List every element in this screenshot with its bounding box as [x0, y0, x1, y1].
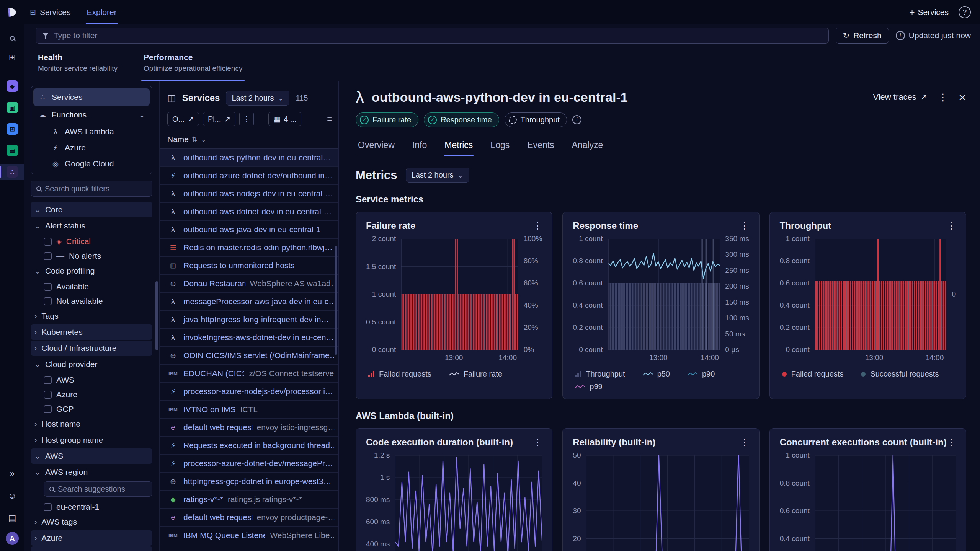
- filter-section-tags[interactable]: ›Tags: [31, 308, 152, 324]
- tab-overview[interactable]: Overview: [357, 136, 395, 156]
- chart-canvas-concurrent-executions[interactable]: [815, 455, 956, 551]
- legend-item-throughput[interactable]: Throughput: [575, 370, 625, 378]
- checkbox[interactable]: [44, 238, 52, 246]
- filter-section-kubernetes[interactable]: ›Kubernetes: [31, 324, 152, 340]
- filter-option-available[interactable]: Available: [31, 279, 152, 294]
- pin-button[interactable]: Pi... ↗: [203, 112, 235, 126]
- service-row[interactable]: ⚡processor-azure-nodejs-dev/processor i…: [160, 383, 338, 401]
- filter-section-cloud-provider[interactable]: ⌄Cloud provider: [31, 357, 152, 372]
- checkbox[interactable]: [44, 503, 52, 511]
- filter-section-gcp[interactable]: ›GCP: [31, 546, 152, 551]
- legend-item-failed-requests[interactable]: Failed requests: [368, 370, 431, 378]
- metrics-timeframe-select[interactable]: Last 2 hours ⌄: [406, 168, 469, 183]
- filter-option-aws[interactable]: AWS: [31, 373, 152, 387]
- filter-section-host-name[interactable]: ›Host name: [31, 416, 152, 432]
- service-row[interactable]: ⊞Requests to unmonitored hosts: [160, 257, 338, 275]
- service-row[interactable]: ⊕httpIngress-gcp-dotnet in europe-west3…: [160, 473, 338, 491]
- checkbox[interactable]: [44, 405, 52, 413]
- card-kebab-menu[interactable]: ⋮: [533, 220, 542, 231]
- sidebar-item-azure[interactable]: ⚡Azure: [33, 140, 150, 156]
- service-row[interactable]: ℮default web requestenvoy productpage-…: [160, 509, 338, 527]
- filter-section-code-profiling[interactable]: ⌄Code profiling: [31, 263, 152, 279]
- service-name-link[interactable]: outbound-aws-dotnet-dev in eu-central-…: [183, 207, 332, 216]
- service-name-link[interactable]: Donau Restaurant: [183, 279, 245, 288]
- topnav-services[interactable]: ⊞ Services: [24, 0, 76, 24]
- chart-canvas-reliability[interactable]: [586, 455, 749, 551]
- list-filter-icon[interactable]: ≡: [327, 114, 332, 124]
- apps-grid-icon[interactable]: ⊞: [4, 49, 21, 66]
- app-clouds[interactable]: ⊞: [0, 121, 24, 137]
- legend-item-successful-requests[interactable]: Successful requests: [861, 370, 939, 378]
- app-infra-ops[interactable]: ▣: [0, 99, 24, 116]
- service-name-link[interactable]: java-httpIngress-long-infrequent-dev in…: [183, 315, 329, 324]
- panel-toggle-icon[interactable]: ◫: [167, 93, 176, 103]
- service-name-link[interactable]: outbound-aws-python-dev in eu-central…: [183, 153, 331, 162]
- service-row[interactable]: ⚡processor-azure-dotnet-dev/messagePr…: [160, 455, 338, 473]
- sidebar-item-services[interactable]: ∴Services: [33, 88, 150, 106]
- filter-section-azure[interactable]: ›Azure: [31, 530, 152, 546]
- service-row[interactable]: ⊕ODIN CICS/IMS servlet (/OdinMainframe…: [160, 347, 338, 365]
- app-logs[interactable]: ▤: [0, 142, 24, 158]
- service-row[interactable]: λinvokeIngress-aws-dotnet-dev in eu-cen…: [160, 329, 338, 347]
- service-name-link[interactable]: invokeIngress-aws-dotnet-dev in eu-cen…: [183, 333, 334, 342]
- sidebar-item-aws-lambda[interactable]: λAWS Lambda: [33, 124, 150, 140]
- card-kebab-menu[interactable]: ⋮: [947, 437, 956, 448]
- pill-throughput[interactable]: Throughput: [505, 112, 567, 127]
- checkbox[interactable]: [44, 283, 52, 291]
- dynatrace-logo[interactable]: [0, 7, 24, 18]
- service-row[interactable]: ◆ratings-v*-*ratings.js ratings-v*-*: [160, 491, 338, 509]
- add-services-button[interactable]: + Services: [909, 8, 949, 17]
- service-name-link[interactable]: outbound-aws-nodejs-dev in eu-central-…: [183, 189, 333, 198]
- pill-failure-rate[interactable]: ✓Failure rate: [356, 112, 418, 127]
- chevron-down-icon[interactable]: ⌄: [201, 135, 206, 143]
- detail-kebab-menu[interactable]: ⋮: [938, 91, 948, 103]
- service-name-link[interactable]: ODIN CICS/IMS servlet (/OdinMainframe…: [183, 351, 334, 360]
- filter-section-cloud-infrastructure[interactable]: ›Cloud / Infrastructure: [31, 341, 152, 356]
- user-avatar[interactable]: A: [6, 532, 19, 545]
- refresh-button[interactable]: ↻ Refresh: [836, 28, 889, 44]
- service-row[interactable]: ⚡outbound-azure-dotnet-dev/outbound in…: [160, 167, 338, 185]
- service-name-link[interactable]: processor-azure-dotnet-dev/messagePr…: [183, 459, 333, 468]
- filter-section-core[interactable]: ⌄Core: [31, 202, 152, 217]
- service-name-link[interactable]: outbound-aws-java-dev in eu-central-1: [183, 225, 320, 234]
- service-name-link[interactable]: default web request: [183, 423, 252, 432]
- info-icon[interactable]: i: [572, 115, 581, 124]
- search-suggestions-input[interactable]: [58, 485, 147, 494]
- service-name-link[interactable]: messageProcessor-aws-java-dev in eu-c…: [183, 297, 334, 306]
- service-name-link[interactable]: IVTNO on IMS: [183, 405, 236, 414]
- services-scrollbar[interactable]: [335, 246, 337, 355]
- service-name-link[interactable]: Requests to unmonitored hosts: [183, 261, 295, 270]
- card-kebab-menu[interactable]: ⋮: [947, 220, 956, 231]
- service-row[interactable]: IBMIBM MQ Queue ListenerWebSphere Libe…: [160, 527, 338, 544]
- service-row[interactable]: λoutbound-aws-python-dev in eu-central…: [160, 149, 338, 167]
- expand-rail-icon[interactable]: »: [4, 465, 21, 482]
- legend-item-p99[interactable]: p99: [575, 382, 602, 391]
- sort-icon[interactable]: ⇅: [192, 135, 198, 143]
- columns-button[interactable]: ▦ 4 ...: [268, 112, 301, 126]
- legend-item-failure-rate[interactable]: Failure rate: [449, 370, 502, 378]
- service-row[interactable]: λoutbound-aws-java-dev in eu-central-1: [160, 221, 338, 239]
- service-row[interactable]: ℮default web requestenvoy istio-ingressg…: [160, 419, 338, 437]
- tab-logs[interactable]: Logs: [490, 136, 510, 156]
- service-row[interactable]: ⊕Donau RestaurantWebSphere AS wa1ad…: [160, 275, 338, 293]
- services-timeframe-select[interactable]: Last 2 hours ⌄: [226, 91, 289, 106]
- account-icon[interactable]: ☺: [4, 487, 21, 504]
- tab-health[interactable]: Health Monitor service reliability: [36, 51, 120, 81]
- service-name-link[interactable]: EDUCHAN (CICS): [183, 369, 244, 378]
- close-icon[interactable]: ×: [959, 91, 966, 104]
- service-name-link[interactable]: Redis on master.redis-odin-python.rlbwj…: [183, 243, 333, 252]
- sidebar-item-functions[interactable]: ☁Functions⌄: [33, 106, 150, 124]
- open-with-button[interactable]: O... ↗: [167, 112, 199, 126]
- help-button[interactable]: ?: [959, 6, 971, 18]
- filter-option-no-alerts[interactable]: —No alerts: [31, 249, 152, 263]
- view-traces-link[interactable]: View traces ↗: [873, 92, 927, 102]
- tab-metrics[interactable]: Metrics: [444, 136, 474, 156]
- chart-canvas-throughput[interactable]: [815, 239, 947, 350]
- service-row[interactable]: λmessageProcessor-aws-java-dev in eu-c…: [160, 293, 338, 311]
- app-services-selected[interactable]: ∴: [0, 164, 24, 180]
- service-row[interactable]: ⚡Requests executed in background thread…: [160, 437, 338, 455]
- tab-performance[interactable]: Performance Optimize operational efficie…: [141, 51, 245, 81]
- tab-info[interactable]: Info: [412, 136, 428, 156]
- checkbox[interactable]: [44, 391, 52, 399]
- service-row[interactable]: λoutbound-aws-nodejs-dev in eu-central-…: [160, 185, 338, 203]
